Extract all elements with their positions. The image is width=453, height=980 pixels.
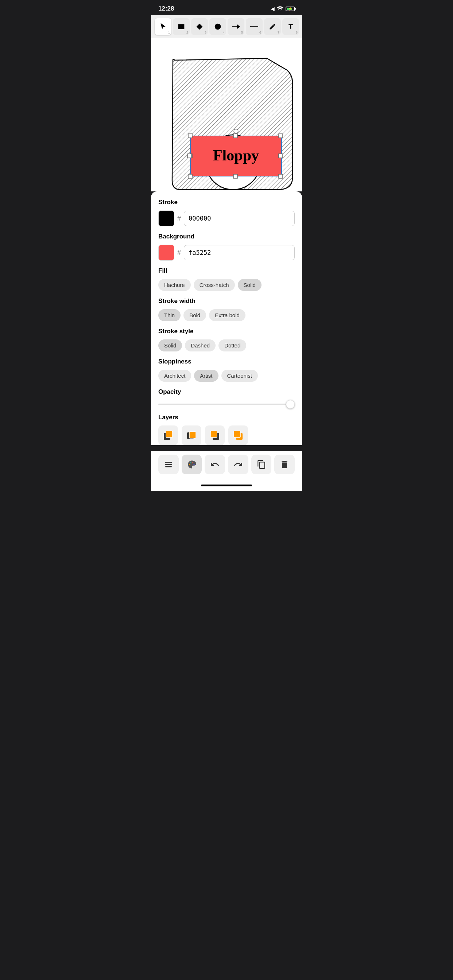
sloppiness-label: Sloppiness — [158, 358, 295, 365]
toolbar: 1 2 3 4 5 6 7 — [151, 15, 302, 38]
fill-hachure[interactable]: Hachure — [158, 279, 191, 291]
stroke-style-dotted[interactable]: Dotted — [219, 339, 246, 352]
fill-crosshatch[interactable]: Cross-hatch — [194, 279, 235, 291]
battery-icon: ⚡ — [286, 6, 295, 11]
tool-number-7: 7 — [278, 30, 279, 34]
svg-rect-3 — [250, 26, 258, 27]
stroke-style-dashed[interactable]: Dashed — [185, 339, 215, 352]
opacity-label: Opacity — [158, 388, 295, 396]
background-color-swatch[interactable] — [158, 245, 174, 261]
arrow-icon — [232, 23, 240, 30]
layer-send-to-back[interactable] — [158, 425, 178, 445]
home-indicator — [151, 482, 302, 491]
tool-line[interactable]: 6 — [246, 18, 263, 35]
duplicate-icon — [257, 460, 266, 469]
tool-number-4: 4 — [223, 30, 225, 34]
redo-icon — [233, 460, 243, 469]
tool-number-5: 5 — [241, 30, 243, 34]
tool-rectangle[interactable]: 2 — [173, 18, 190, 35]
canvas-area[interactable]: Floppy — [151, 38, 302, 191]
status-bar: 12:28 ◀ ⚡ — [151, 0, 302, 15]
svg-point-9 — [234, 129, 238, 134]
tool-circle[interactable]: 4 — [209, 18, 226, 35]
svg-rect-15 — [188, 174, 192, 178]
cursor-icon — [160, 23, 167, 30]
svg-rect-25 — [211, 431, 217, 438]
stroke-width-extra-bold[interactable]: Extra bold — [209, 309, 246, 321]
wifi-icon — [277, 6, 283, 11]
rect-icon — [178, 23, 185, 30]
tool-diamond[interactable]: 3 — [191, 18, 208, 35]
fill-solid[interactable]: Solid — [238, 279, 262, 291]
sloppiness-artist[interactable]: Artist — [194, 370, 218, 382]
palette-button[interactable] — [182, 455, 202, 474]
layer-bring-to-front[interactable] — [228, 425, 248, 445]
background-color-row: # — [158, 245, 295, 261]
pencil-icon — [269, 23, 276, 30]
tool-pencil[interactable]: 7 — [264, 18, 281, 35]
stroke-width-label: Stroke width — [158, 298, 295, 305]
stroke-color-input[interactable] — [184, 211, 295, 226]
bolt-icon: ⚡ — [288, 7, 292, 11]
background-hash: # — [177, 249, 181, 257]
stroke-width-thin[interactable]: Thin — [158, 309, 180, 321]
stroke-width-options: Thin Bold Extra bold — [158, 309, 295, 321]
send-to-back-icon — [162, 430, 174, 441]
redo-button[interactable] — [228, 455, 248, 474]
svg-rect-21 — [166, 431, 172, 438]
stroke-color-swatch[interactable] — [158, 210, 174, 226]
undo-button[interactable] — [205, 455, 225, 474]
sloppiness-architect[interactable]: Architect — [158, 370, 191, 382]
svg-marker-1 — [196, 24, 203, 30]
circle-icon — [214, 23, 222, 30]
stroke-style-label: Stroke style — [158, 328, 295, 335]
svg-point-31 — [189, 464, 190, 465]
tool-number-8: 8 — [296, 30, 298, 34]
tool-number-3: 3 — [205, 30, 206, 34]
svg-rect-28 — [165, 462, 172, 463]
tool-select[interactable]: 1 — [155, 18, 171, 35]
svg-rect-30 — [165, 466, 172, 468]
bring-forward-icon — [209, 430, 221, 441]
svg-rect-27 — [234, 431, 240, 438]
svg-rect-12 — [279, 134, 283, 138]
svg-rect-11 — [233, 134, 238, 138]
opacity-slider[interactable] — [158, 404, 295, 405]
svg-rect-17 — [279, 174, 283, 178]
text-icon — [287, 23, 294, 30]
hamburger-button[interactable] — [158, 455, 179, 474]
stroke-label: Stroke — [158, 199, 295, 206]
svg-text:Floppy: Floppy — [213, 147, 259, 164]
sloppiness-options: Architect Artist Cartoonist — [158, 370, 295, 382]
stroke-color-row: # — [158, 210, 295, 226]
background-color-input[interactable] — [184, 245, 295, 260]
location-icon: ◀ — [271, 6, 274, 12]
svg-rect-10 — [188, 134, 192, 138]
stroke-width-bold[interactable]: Bold — [183, 309, 206, 321]
svg-rect-19 — [279, 154, 283, 158]
line-icon — [250, 23, 258, 30]
tool-lock[interactable]: 🔓 — [301, 18, 302, 35]
svg-point-32 — [190, 462, 191, 463]
undo-icon — [210, 460, 220, 469]
opacity-slider-container — [158, 400, 295, 407]
status-icons: ◀ ⚡ — [271, 6, 295, 12]
stroke-style-solid[interactable]: Solid — [158, 339, 182, 352]
trash-icon — [280, 460, 289, 469]
hamburger-icon — [164, 460, 173, 469]
duplicate-button[interactable] — [251, 455, 272, 474]
delete-button[interactable] — [274, 455, 295, 474]
tool-text[interactable]: 8 — [282, 18, 299, 35]
sloppiness-cartoonist[interactable]: Cartoonist — [222, 370, 258, 382]
palette-icon — [187, 460, 196, 469]
layer-bring-forward[interactable] — [205, 425, 225, 445]
fill-label: Fill — [158, 267, 295, 275]
home-bar — [201, 485, 252, 486]
layer-icons-row — [158, 425, 295, 445]
svg-rect-16 — [233, 174, 238, 178]
svg-rect-0 — [179, 24, 185, 29]
layer-send-backward[interactable] — [182, 425, 201, 445]
tool-arrow[interactable]: 5 — [228, 18, 244, 35]
tool-number-1: 1 — [168, 30, 170, 34]
fill-options: Hachure Cross-hatch Solid — [158, 279, 295, 291]
